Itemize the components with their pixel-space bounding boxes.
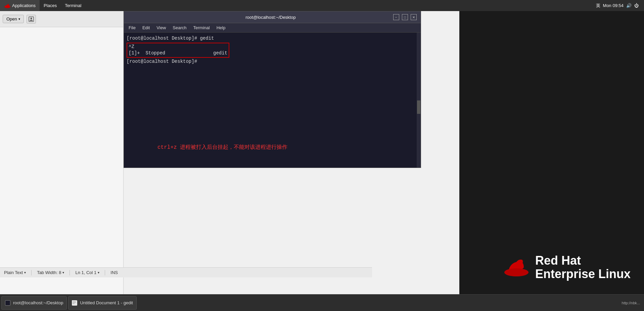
annotation-text: ctrl+z 进程被打入后台挂起，不能对该进程进行操作 <box>157 144 287 151</box>
term-menu-view[interactable]: View <box>153 23 169 33</box>
taskbar: root@localhost:~/Desktop Untitled Docume… <box>0 294 644 311</box>
terminal-scrollbar[interactable] <box>417 33 421 168</box>
taskbar-url: http://nbk... <box>622 301 640 305</box>
clock: Mon 09:54 <box>603 3 624 8</box>
open-button-arrow: ▾ <box>18 17 20 21</box>
taskbar-right: http://nbk... <box>622 301 643 305</box>
svg-point-2 <box>30 17 32 19</box>
ins-label: INS <box>110 270 118 275</box>
terminal-task-label: root@localhost:~/Desktop <box>13 300 63 305</box>
term-menu-terminal[interactable]: Terminal <box>190 23 213 33</box>
minimize-button[interactable]: − <box>393 14 399 20</box>
places-menu[interactable]: Places <box>40 0 61 11</box>
ins-status: INS <box>110 270 118 275</box>
redhat-name: Red Hat <box>535 254 631 267</box>
terminal-body[interactable]: [root@localhost Desktop]# gedit ^Z [1]+ … <box>124 33 421 168</box>
redhat-icon <box>4 2 11 9</box>
top-bar-left: Applications Places Terminal <box>0 0 85 11</box>
redhat-subtitle: Enterprise Linux <box>535 267 631 281</box>
gedit-task-icon <box>72 300 77 306</box>
term-menu-file[interactable]: File <box>125 23 139 33</box>
plain-text-label: Plain Text <box>4 270 23 275</box>
plain-text-status[interactable]: Plain Text ▾ <box>4 270 26 275</box>
gedit-toolbar: Open ▾ <box>0 11 123 27</box>
gedit-task-item[interactable]: Untitled Document 1 - gedit <box>68 296 137 310</box>
language-indicator[interactable]: 英 <box>596 3 600 9</box>
term-menu-help[interactable]: Help <box>213 23 229 33</box>
applications-menu[interactable]: Applications <box>0 0 40 11</box>
plain-text-arrow: ▾ <box>24 271 26 274</box>
open-button[interactable]: Open ▾ <box>3 15 24 23</box>
power-icon[interactable]: ⏻ <box>634 3 639 8</box>
terminal-scrollbar-thumb <box>417 100 420 114</box>
terminal-titlebar: root@localhost:~/Desktop − □ ✕ <box>124 11 421 23</box>
stopped-highlight: ^Z [1]+ Stopped gedit <box>127 43 229 58</box>
terminal-line-4: [root@localhost Desktop]# <box>127 58 418 65</box>
window-controls: − □ ✕ <box>393 14 417 20</box>
redhat-text: Red Hat Enterprise Linux <box>535 254 631 280</box>
desktop: Open ▾ root@localhost:~/Desktop − □ ✕ <box>0 11 644 294</box>
terminal-menubar: File Edit View Search Terminal Help <box>124 23 421 33</box>
terminal-line-1: [root@localhost Desktop]# gedit <box>127 35 418 42</box>
cursor-position-status[interactable]: Ln 1, Col 1 ▾ <box>75 270 99 275</box>
terminal-task-item[interactable]: root@localhost:~/Desktop <box>1 296 67 310</box>
contact-icon-button[interactable] <box>27 15 36 24</box>
gedit-panel: Open ▾ <box>0 11 124 294</box>
term-menu-edit[interactable]: Edit <box>139 23 153 33</box>
tab-width-arrow: ▾ <box>62 271 64 274</box>
svg-point-4 <box>504 268 528 276</box>
redhat-large-icon <box>503 254 530 281</box>
tab-width-label: Tab Width: 8 <box>37 270 61 275</box>
maximize-button[interactable]: □ <box>402 14 408 20</box>
terminal-menu[interactable]: Terminal <box>61 0 85 11</box>
contact-icon <box>29 16 34 22</box>
redhat-brand: Red Hat Enterprise Linux <box>503 254 631 281</box>
terminal-window: root@localhost:~/Desktop − □ ✕ File Edit… <box>124 11 421 168</box>
gedit-task-label: Untitled Document 1 - gedit <box>80 300 133 305</box>
status-divider-1 <box>31 270 32 275</box>
term-menu-search[interactable]: Search <box>169 23 190 33</box>
terminal-title: root@localhost:~/Desktop <box>148 15 393 20</box>
status-divider-3 <box>105 270 105 275</box>
ln-col-label: Ln 1, Col 1 <box>75 270 96 275</box>
ln-col-arrow: ▾ <box>98 271 99 274</box>
close-button[interactable]: ✕ <box>411 14 417 20</box>
gedit-icon <box>72 300 77 305</box>
top-bar-right: 英 Mon 09:54 🔊 ⏻ <box>596 3 644 9</box>
terminal-task-icon <box>5 300 10 306</box>
volume-icon[interactable]: 🔊 <box>626 3 632 8</box>
top-bar: Applications Places Terminal 英 Mon 09:54… <box>0 0 644 11</box>
redhat-branding-area: Red Hat Enterprise Linux <box>459 11 644 294</box>
tab-width-status[interactable]: Tab Width: 8 ▾ <box>37 270 64 275</box>
status-divider-2 <box>70 270 70 275</box>
gedit-statusbar: Plain Text ▾ Tab Width: 8 ▾ Ln 1, Col 1 … <box>0 267 372 277</box>
